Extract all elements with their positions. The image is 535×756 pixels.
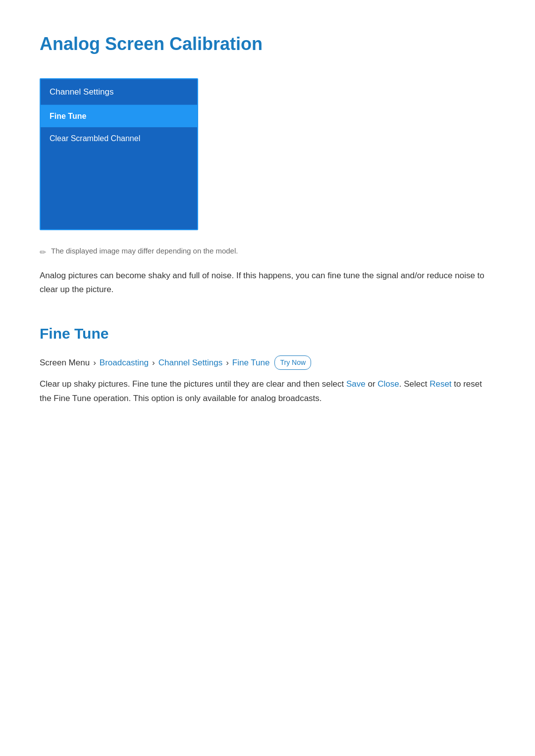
breadcrumb-channel-settings[interactable]: Channel Settings <box>159 356 222 369</box>
note-row: ✏ The displayed image may differ dependi… <box>40 245 495 259</box>
menu-item-fine-tune[interactable]: Fine Tune <box>41 105 197 128</box>
menu-spacer <box>41 150 197 229</box>
breadcrumb: Screen Menu › Broadcasting › Channel Set… <box>40 355 495 369</box>
menu-header: Channel Settings <box>41 79 197 105</box>
fine-tune-description: Clear up shaky pictures. Fine tune the p… <box>40 377 495 406</box>
reset-link[interactable]: Reset <box>429 379 451 389</box>
intro-description: Analog pictures can become shaky and ful… <box>40 269 495 298</box>
pencil-icon: ✏ <box>40 246 46 259</box>
breadcrumb-sep-2: › <box>152 356 155 369</box>
page-title: Analog Screen Calibration <box>40 30 495 58</box>
menu-item-clear-scrambled[interactable]: Clear Scrambled Channel <box>41 127 197 150</box>
breadcrumb-sep-1: › <box>93 356 96 369</box>
close-link[interactable]: Close <box>377 379 399 389</box>
note-text: The displayed image may differ depending… <box>51 245 238 257</box>
save-link[interactable]: Save <box>346 379 366 389</box>
fine-tune-desc-or: or <box>366 379 378 389</box>
fine-tune-section-title: Fine Tune <box>40 322 495 346</box>
menu-panel: Channel Settings Fine Tune Clear Scrambl… <box>40 78 198 230</box>
try-now-badge[interactable]: Try Now <box>274 355 311 369</box>
breadcrumb-fine-tune[interactable]: Fine Tune <box>232 356 270 369</box>
breadcrumb-screen-menu: Screen Menu <box>40 356 90 369</box>
breadcrumb-broadcasting[interactable]: Broadcasting <box>100 356 149 369</box>
fine-tune-desc-part1: Clear up shaky pictures. Fine tune the p… <box>40 379 346 389</box>
fine-tune-desc-part2: . Select <box>399 379 429 389</box>
breadcrumb-sep-3: › <box>226 356 229 369</box>
